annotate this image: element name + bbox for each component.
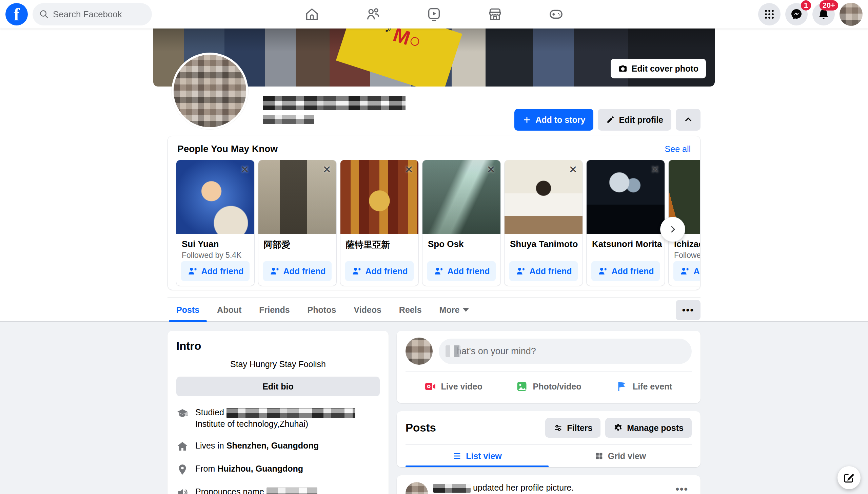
composer-avatar[interactable] bbox=[406, 338, 433, 365]
person-name[interactable]: Katsunori Morita bbox=[587, 234, 665, 249]
post-composer-card: hat's on your mind? Live video Photo/vid… bbox=[397, 331, 701, 403]
profile-identity-row: Add to story Edit profile bbox=[167, 87, 701, 136]
dismiss-suggestion-button[interactable]: ✕ bbox=[567, 164, 579, 176]
facebook-logo[interactable]: f bbox=[5, 3, 28, 25]
manage-posts-button[interactable]: Manage posts bbox=[605, 418, 692, 438]
filters-button[interactable]: Filters bbox=[545, 418, 600, 438]
profile-name-redacted bbox=[263, 96, 406, 110]
profile-header-section: ♪M○ Edit cover photo Add to story Edit p… bbox=[0, 28, 868, 322]
location-pin-icon bbox=[176, 463, 189, 476]
person-add-icon bbox=[679, 266, 690, 276]
tab-reels[interactable]: Reels bbox=[390, 298, 431, 322]
compose-fab-button[interactable] bbox=[837, 466, 861, 489]
collapse-header-button[interactable] bbox=[676, 109, 701, 131]
add-friend-button[interactable]: Add friend bbox=[181, 261, 250, 281]
add-friend-button[interactable]: Add friend bbox=[509, 261, 578, 281]
pymk-next-button[interactable] bbox=[660, 217, 685, 242]
pronunciation-redacted bbox=[267, 488, 317, 494]
search-icon bbox=[39, 10, 49, 19]
messenger-badge: 1 bbox=[801, 0, 811, 11]
person-name[interactable]: Sui Yuan bbox=[176, 234, 254, 249]
person-name[interactable]: Shuya Tanimoto bbox=[505, 234, 583, 249]
from-value: Huizhou, Guangdong bbox=[217, 464, 303, 473]
person-subtitle bbox=[587, 249, 665, 251]
marketplace-icon bbox=[487, 6, 503, 22]
person-add-icon bbox=[597, 266, 608, 276]
tab-photos[interactable]: Photos bbox=[299, 298, 345, 322]
nav-tab-watch[interactable] bbox=[403, 0, 465, 28]
compose-pencil-icon bbox=[843, 472, 855, 483]
tab-posts[interactable]: Posts bbox=[167, 298, 208, 322]
gear-icon bbox=[613, 423, 623, 433]
dismiss-suggestion-button[interactable]: ✕ bbox=[403, 164, 415, 176]
live-video-icon bbox=[424, 380, 436, 393]
person-name[interactable]: Spo Osk bbox=[422, 234, 500, 249]
top-navbar: f Search Facebook 1 20 bbox=[0, 0, 868, 28]
friends-icon bbox=[365, 6, 381, 22]
person-subtitle: Followed by 5.4K bbox=[176, 249, 254, 260]
search-input[interactable]: Search Facebook bbox=[33, 3, 152, 25]
dismiss-suggestion-button[interactable]: ✕ bbox=[321, 164, 333, 176]
watch-icon bbox=[426, 6, 442, 22]
tab-more[interactable]: More bbox=[431, 298, 478, 322]
add-friend-button[interactable]: Add friend bbox=[673, 261, 701, 281]
edit-profile-button[interactable]: Edit profile bbox=[598, 109, 671, 131]
whats-on-your-mind-input[interactable]: hat's on your mind? bbox=[439, 339, 692, 364]
pymk-person-card: ✕ Spo Osk Add friend bbox=[422, 160, 501, 286]
add-friend-button[interactable]: Add friend bbox=[345, 261, 414, 281]
life-event-flag-icon bbox=[616, 380, 628, 393]
chevron-down-icon bbox=[463, 308, 469, 312]
person-photo: ✕ bbox=[587, 160, 665, 234]
dismiss-suggestion-button[interactable]: ✕ bbox=[239, 164, 251, 176]
cover-banner: ♪M○ bbox=[336, 28, 462, 87]
speaker-icon bbox=[176, 487, 189, 494]
person-photo: ✕ bbox=[422, 160, 500, 234]
grid-view-tab[interactable]: Grid view bbox=[549, 445, 692, 467]
profile-picture[interactable] bbox=[172, 53, 248, 129]
photo-video-button[interactable]: Photo/video bbox=[501, 375, 596, 398]
nav-tab-gaming[interactable] bbox=[526, 0, 587, 28]
person-add-icon bbox=[433, 266, 443, 276]
post-options-button[interactable]: ••• bbox=[672, 482, 692, 494]
dismiss-suggestion-button[interactable]: ✕ bbox=[485, 164, 497, 176]
apps-grid-icon bbox=[764, 9, 774, 19]
tab-friends[interactable]: Friends bbox=[250, 298, 298, 322]
camera-icon bbox=[618, 64, 628, 73]
tabs-overflow-button[interactable]: ••• bbox=[676, 300, 701, 320]
list-view-tab[interactable]: List view bbox=[406, 445, 549, 467]
edit-bio-button[interactable]: Edit bio bbox=[176, 377, 380, 396]
apps-menu-button[interactable] bbox=[758, 3, 781, 25]
add-friend-button[interactable]: Add friend bbox=[591, 261, 660, 281]
education-icon bbox=[176, 407, 189, 419]
person-name[interactable]: 薩特里亞新 bbox=[340, 234, 418, 251]
person-name[interactable]: 阿部愛 bbox=[258, 234, 336, 251]
gaming-icon bbox=[548, 6, 564, 22]
home-icon bbox=[304, 6, 320, 22]
pymk-person-card: ✕ Sui Yuan Followed by 5.4K Add friend bbox=[176, 160, 255, 286]
live-video-button[interactable]: Live video bbox=[406, 375, 501, 398]
post-author-name-redacted[interactable] bbox=[433, 484, 471, 493]
nav-tab-friends[interactable] bbox=[342, 0, 403, 28]
post-author-avatar[interactable] bbox=[406, 482, 428, 494]
tab-about[interactable]: About bbox=[208, 298, 250, 322]
chevron-right-icon bbox=[668, 224, 678, 234]
person-subtitle bbox=[340, 251, 418, 252]
notifications-button[interactable]: 20+ bbox=[812, 3, 835, 25]
nav-tab-marketplace[interactable] bbox=[465, 0, 526, 28]
pymk-see-all-link[interactable]: See all bbox=[665, 144, 691, 154]
messenger-button[interactable]: 1 bbox=[785, 3, 808, 25]
edit-cover-photo-button[interactable]: Edit cover photo bbox=[611, 59, 706, 78]
post-card: updated her profile picture. November 26… bbox=[397, 475, 701, 494]
tab-videos[interactable]: Videos bbox=[345, 298, 390, 322]
person-add-icon bbox=[351, 266, 361, 276]
nav-tab-home[interactable] bbox=[281, 0, 342, 28]
add-to-story-button[interactable]: Add to story bbox=[514, 109, 593, 131]
add-friend-button[interactable]: Add friend bbox=[263, 261, 332, 281]
life-event-button[interactable]: Life event bbox=[596, 375, 692, 398]
intro-title: Intro bbox=[176, 340, 380, 353]
account-avatar[interactable] bbox=[840, 3, 863, 26]
dismiss-suggestion-button[interactable]: ✕ bbox=[649, 164, 661, 176]
notifications-badge: 20+ bbox=[820, 0, 838, 11]
photo-video-icon bbox=[516, 380, 528, 393]
add-friend-button[interactable]: Add friend bbox=[427, 261, 496, 281]
